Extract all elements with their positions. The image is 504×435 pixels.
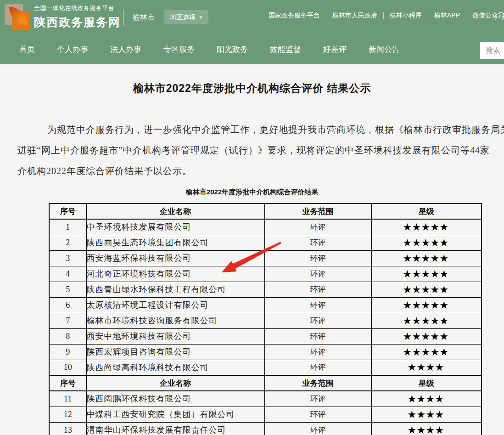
cell-business-scope: 环评: [264, 219, 371, 235]
paragraph-line: 为规范中介服务行为，进一步强化中介监管工作，更好地提升我市营商环境，根据《榆林市…: [17, 119, 504, 140]
cell-company-name: 陕西宏辉项目咨询有限公司: [86, 344, 264, 360]
cell-business-scope: 环评: [264, 328, 371, 344]
cell-star-rating: ★★★★★: [371, 297, 482, 313]
cell-index: 9: [49, 344, 86, 360]
cell-company-name: 陕西阔鹏环保科技有限公司: [86, 391, 264, 407]
cell-company-name: 渭南华山环保科技发展有限责任公司: [86, 422, 264, 435]
table-row: 1中圣环境科技发展有限公司环评★★★★★: [49, 219, 482, 235]
table-caption: 榆林市2022年度涉批中介机构综合评价结果: [0, 188, 504, 197]
cell-star-rating: ★★★★★: [371, 235, 482, 250]
cell-company-name: 陕西尚绿高科环境科技有限公司: [86, 360, 264, 375]
cell-index: 10: [49, 360, 86, 375]
link-national-platform[interactable]: 国家政务服务平台: [263, 11, 326, 20]
current-city-label: 榆林市: [133, 13, 155, 23]
cell-star-rating: ★★★★★: [371, 313, 482, 328]
header-divider: [123, 9, 123, 26]
cell-star-rating: ★★★★★: [371, 282, 482, 297]
link-yulin-app[interactable]: 榆林APP: [428, 11, 466, 20]
cell-index: 4: [49, 266, 86, 282]
cell-company-name: 陕西雨昊生态环境集团有限公司: [86, 235, 264, 250]
column-header: 序号: [49, 375, 86, 391]
table-row: 10陕西尚绿高科环境科技有限公司环评★★★★: [49, 360, 482, 375]
table-row: 6太原核清环境工程设计有限公司环评★★★★★: [49, 297, 482, 313]
column-header: 序号: [49, 203, 86, 219]
cell-index: 13: [49, 422, 86, 435]
column-header: 企业名称: [86, 203, 264, 219]
search-input[interactable]: [480, 42, 504, 59]
nav-item-supervision[interactable]: 效能监督: [270, 44, 301, 55]
cell-index: 2: [49, 235, 86, 250]
cell-business-scope: 环评: [264, 266, 371, 282]
cell-star-rating: ★★★★★: [371, 328, 482, 344]
nav-item-home[interactable]: 首页: [19, 44, 35, 55]
paragraph-line: 介机构2022年度综合评价结果予以公示。: [17, 161, 504, 181]
cell-company-name: 中圣环境科技发展有限公司: [86, 219, 264, 235]
paragraph-line: 进驻“网上中介服务超市”中介机构考评管理规定（试行）》要求，现将评定的中圣环境科…: [17, 140, 504, 161]
cell-business-scope: 环评: [264, 313, 371, 328]
cell-index: 7: [49, 313, 86, 328]
cell-index: 5: [49, 282, 86, 297]
cell-business-scope: 环评: [264, 407, 371, 422]
cell-company-name: 中煤科工西安研究院（集团）有限公司: [86, 407, 264, 422]
cell-business-scope: 环评: [264, 250, 371, 266]
register-link[interactable]: 注册: [495, 12, 504, 21]
cell-company-name: 陕西青山绿水环保科技工程有限公司: [86, 282, 264, 297]
nav-item-legal-person[interactable]: 法人办事: [110, 44, 141, 55]
table-row: 11陕西阔鹏环保科技有限公司环评★★★★: [49, 391, 482, 407]
cell-star-rating: ★★★★: [371, 407, 482, 422]
header-links: 国家政务服务平台 榆林市人民政府 榆林小程序 榆林APP 微信公众号: [263, 11, 504, 20]
table-row: 5陕西青山绿水环保科技工程有限公司环评★★★★★: [49, 282, 482, 297]
cell-business-scope: 环评: [264, 235, 371, 250]
cell-company-name: 河北奇正环境科技有限公司: [86, 266, 264, 282]
table-row: 13渭南华山环保科技发展有限责任公司环评★★★★: [49, 422, 482, 435]
cell-index: 6: [49, 297, 86, 313]
cell-business-scope: 环评: [264, 297, 371, 313]
nav-item-news[interactable]: 新闻公告: [369, 44, 400, 55]
cell-index: 11: [49, 391, 86, 407]
region-select-label: 地区选择: [170, 13, 196, 22]
table-row: 7榆林市环境科技咨询服务有限公司环评★★★★★: [49, 313, 482, 328]
cell-company-name: 西安中地环境科技有限公司: [86, 328, 264, 344]
table-row: 12中煤科工西安研究院（集团）有限公司环评★★★★: [49, 407, 482, 422]
table-row: 9陕西宏辉项目咨询有限公司环评★★★★★: [49, 344, 482, 360]
link-mini-program[interactable]: 榆林小程序: [384, 11, 428, 20]
nav-item-personal[interactable]: 个人办事: [57, 44, 88, 55]
table-header-row: 序号企业名称业务范围星级: [49, 203, 482, 219]
column-header: 业务范围: [264, 375, 371, 391]
cell-star-rating: ★★★★★: [371, 219, 482, 235]
table-header-row: 序号企业名称业务范围星级: [49, 375, 482, 391]
region-select-button[interactable]: 地区选择 ▼: [164, 10, 208, 24]
announcement-document: 榆林市2022年度涉批中介机构综合评价 结果公示 为规范中介服务行为，进一步强化…: [0, 64, 504, 435]
cell-star-rating: ★★★★★: [371, 250, 482, 266]
cell-star-rating: ★★★★: [371, 422, 482, 435]
nav-item-rating[interactable]: 好差评: [323, 44, 347, 55]
search-box[interactable]: [480, 42, 504, 59]
cell-star-rating: ★★★★★: [371, 266, 482, 282]
site-header: 全国一体化在线政务服务平台 陕西政务服务网 榆林市 地区选择 ▼ 国家政务服务平…: [0, 0, 504, 34]
nav-item-open-gov[interactable]: 阳光政务: [217, 44, 248, 55]
main-nav: 首页 个人办事 法人办事 专区服务 阳光政务 效能监督 好差评 新闻公告: [0, 34, 504, 64]
cell-index: 3: [49, 250, 86, 266]
table-row: 3西安海蓝环保科技有限公司环评★★★★★: [49, 250, 482, 266]
chevron-down-icon: ▼: [199, 15, 203, 20]
table-row: 2陕西雨昊生态环境集团有限公司环评★★★★★: [49, 235, 482, 250]
cell-business-scope: 环评: [264, 391, 371, 407]
cell-company-name: 西安海蓝环保科技有限公司: [86, 250, 264, 266]
link-city-government[interactable]: 榆林市人民政府: [326, 11, 383, 20]
table-row: 4河北奇正环境科技有限公司环评★★★★★: [49, 266, 482, 282]
cell-business-scope: 环评: [264, 282, 371, 297]
site-logo: [4, 2, 30, 29]
results-table: 序号企业名称业务范围星级1中圣环境科技发展有限公司环评★★★★★2陕西雨昊生态环…: [49, 203, 482, 435]
column-header: 星级: [371, 203, 482, 219]
table-row: 8西安中地环境科技有限公司环评★★★★★: [49, 328, 482, 344]
cell-business-scope: 环评: [264, 344, 371, 360]
cell-index: 1: [49, 219, 86, 235]
cell-company-name: 榆林市环境科技咨询服务有限公司: [86, 313, 264, 328]
cell-company-name: 太原核清环境工程设计有限公司: [86, 297, 264, 313]
column-header: 业务范围: [264, 203, 371, 219]
cell-business-scope: 环评: [264, 422, 371, 435]
cell-index: 8: [49, 328, 86, 344]
cell-star-rating: ★★★★★: [371, 344, 482, 360]
platform-subtitle: 全国一体化在线政务服务平台: [34, 4, 121, 12]
nav-item-zone-services[interactable]: 专区服务: [163, 44, 195, 55]
